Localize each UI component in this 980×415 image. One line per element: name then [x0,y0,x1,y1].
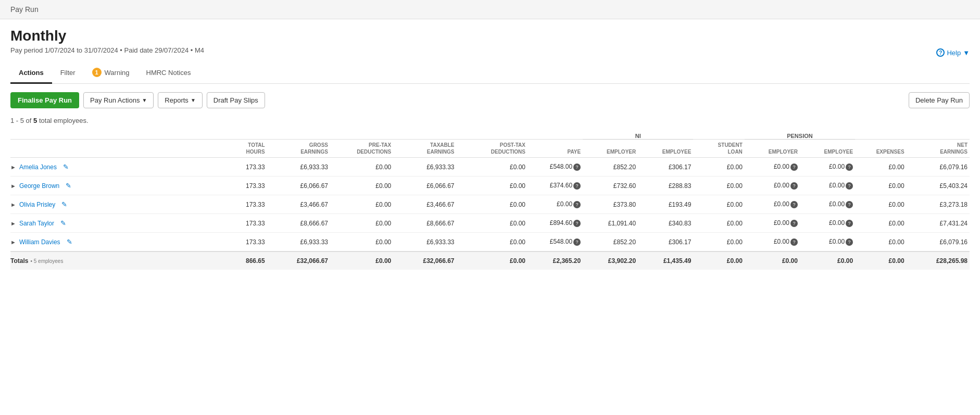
pen-employer-info-icon[interactable]: ? [790,182,798,190]
net-earnings: £3,273.18 [907,195,970,214]
posttax-deductions: £0.00 [457,233,527,252]
employee-name-cell[interactable]: ► George Brown ✎ [10,177,216,195]
th-net: NETEARNINGS [907,140,970,158]
page-header-title: Pay Run [10,5,39,14]
tabs: Actions Filter 1 Warning HMRC Notices [10,62,970,84]
paye-info-icon[interactable]: ? [573,238,581,246]
pen-employee-info-icon[interactable]: ? [846,201,853,208]
th-empty6 [457,131,527,140]
employee-name-link[interactable]: George Brown [19,182,59,190]
pen-employee-info-icon[interactable]: ? [846,182,853,190]
warning-badge: 1 [92,68,102,77]
th-empty5 [393,131,456,140]
employee-name-cell[interactable]: ► Olivia Prisley ✎ [10,195,216,214]
employee-name-link[interactable]: Sarah Taylor [19,220,54,227]
expenses: £0.00 [855,177,907,195]
pen-employer-info-icon[interactable]: ? [790,220,798,227]
th-empty4 [330,131,393,140]
employee-name-link[interactable]: William Davies [19,238,60,246]
reports-button[interactable]: Reports ▼ [158,92,202,108]
table-row: ► Sarah Taylor ✎ 173.33 £8,666.67 £0.00 … [10,214,970,233]
tab-actions[interactable]: Actions [10,62,52,84]
paye-info-icon[interactable]: ? [573,201,581,208]
tab-warning[interactable]: 1 Warning [84,62,138,84]
edit-icon[interactable]: ✎ [66,182,71,190]
ni-employer: £852.20 [583,158,638,177]
pen-employer: £0.00? [745,195,800,214]
expand-icon[interactable]: ► [10,220,16,227]
tab-hmrc[interactable]: HMRC Notices [138,62,199,84]
pen-employee-info-icon[interactable]: ? [846,238,853,246]
posttax-deductions: £0.00 [457,177,527,195]
th-pension-group: PENSION [745,131,855,140]
ni-employee: £306.17 [638,158,693,177]
taxable-earnings: £6,933.33 [393,233,456,252]
expenses: £0.00 [855,214,907,233]
th-student: STUDENTLOAN [693,140,745,158]
pen-employer-info-icon[interactable]: ? [790,201,798,208]
hours: 173.33 [216,214,267,233]
ni-employee: £193.49 [638,195,693,214]
employee-name-cell[interactable]: ► Amelia Jones ✎ [10,158,216,177]
expenses: £0.00 [855,233,907,252]
student-loan: £0.00 [693,177,745,195]
paye-info-icon[interactable]: ? [573,164,581,171]
posttax-deductions: £0.00 [457,195,527,214]
hours: 173.33 [216,195,267,214]
employee-name-cell[interactable]: ► Sarah Taylor ✎ [10,214,216,233]
pen-employee-info-icon[interactable]: ? [846,164,853,171]
gross-earnings: £3,466.67 [267,195,330,214]
employee-name-link[interactable]: Olivia Prisley [19,201,55,208]
paye-info-icon[interactable]: ? [573,182,581,190]
gross-earnings: £6,933.33 [267,233,330,252]
chevron-down-icon: ▼ [963,49,970,57]
taxable-earnings: £6,933.33 [393,158,456,177]
edit-icon[interactable]: ✎ [61,200,67,208]
expand-icon[interactable]: ► [10,164,16,170]
th-empty10 [907,131,970,140]
posttax-deductions: £0.00 [457,158,527,177]
chevron-down-icon: ▼ [142,97,147,103]
th-pretax: PRE-TAXDEDUCTIONS [330,140,393,158]
pretax-deductions: £0.00 [330,177,393,195]
delete-pay-run-button[interactable]: Delete Pay Run [909,92,970,108]
edit-icon[interactable]: ✎ [63,163,69,171]
th-pen-employee: EMPLOYEE [800,140,855,158]
expand-icon[interactable]: ► [10,239,16,245]
totals-label: Totals• 5 employees [10,251,216,270]
help-button[interactable]: ? Help ▼ [936,48,970,57]
expand-icon[interactable]: ► [10,183,16,189]
hours: 173.33 [216,233,267,252]
employee-name-link[interactable]: Amelia Jones [19,164,57,171]
tab-filter[interactable]: Filter [52,62,84,84]
student-loan: £0.00 [693,233,745,252]
pen-employee-info-icon[interactable]: ? [846,220,853,227]
draft-pay-slips-button[interactable]: Draft Pay Slips [207,92,265,108]
student-loan: £0.00 [693,158,745,177]
th-name [10,140,216,158]
expenses: £0.00 [855,195,907,214]
paye: £374.60? [527,177,583,195]
th-empty2 [216,131,267,140]
edit-icon[interactable]: ✎ [67,238,72,246]
pen-employer-info-icon[interactable]: ? [790,238,798,246]
totals-row: Totals• 5 employees 866.65 £32,066.67 £0… [10,251,970,270]
th-ni-group: NI [583,131,693,140]
totals-student: £0.00 [693,251,745,270]
totals-hours: 866.65 [216,251,267,270]
pay-run-actions-button[interactable]: Pay Run Actions ▼ [83,92,154,108]
paye: £0.00? [527,195,583,214]
paye-info-icon[interactable]: ? [573,220,581,227]
table-row: ► William Davies ✎ 173.33 £6,933.33 £0.0… [10,233,970,252]
pen-employer-info-icon[interactable]: ? [790,164,798,171]
paye: £894.60? [527,214,583,233]
gross-earnings: £6,066.67 [267,177,330,195]
employee-name-cell[interactable]: ► William Davies ✎ [10,233,216,252]
net-earnings: £7,431.24 [907,214,970,233]
edit-icon[interactable]: ✎ [60,219,66,227]
paye: £548.00? [527,233,583,252]
totals-pen-employee: £0.00 [800,251,855,270]
totals-pretax: £0.00 [330,251,393,270]
expand-icon[interactable]: ► [10,202,16,208]
finalise-pay-run-button[interactable]: Finalise Pay Run [10,92,79,108]
